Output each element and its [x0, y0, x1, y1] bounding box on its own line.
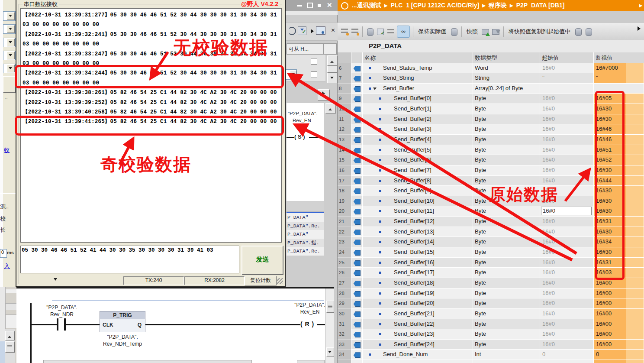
send-button[interactable]: 发送: [242, 246, 283, 275]
table-row[interactable]: 9Send_Buffer[0]Byte16#016#05: [338, 94, 644, 104]
ms-input-fragment[interactable]: 0: [0, 249, 7, 258]
chevron-down-icon[interactable]: [290, 70, 296, 79]
resize-grip[interactable]: [277, 278, 283, 284]
minimize-icon[interactable]: [297, 5, 302, 6]
contact-bar[interactable]: [57, 318, 58, 331]
scroll-down-button[interactable]: [327, 73, 338, 83]
restore-icon[interactable]: [307, 3, 313, 8]
monitor-all-icon[interactable]: ∞: [397, 26, 410, 38]
list-item[interactable]: P_DATA".Re.: [287, 222, 324, 230]
table-row[interactable]: 8Send_BufferArray[0..24] of Byte: [338, 84, 644, 94]
table-row[interactable]: 12Send_Buffer[3]Byte16#016#46: [338, 124, 644, 135]
combo-fragment[interactable]: [3, 38, 16, 47]
table-row[interactable]: 19Send_Buffer[10]Byte16#016#30: [338, 196, 644, 207]
checkbox[interactable]: [311, 71, 317, 78]
table-row[interactable]: 18Send_Buffer[9]Byte16#016#30: [338, 186, 644, 196]
header-start[interactable]: 起始值: [540, 52, 594, 63]
rx-area[interactable]: 【2022-10-31 13:39:31:277】05 30 30 46 46 …: [20, 8, 282, 243]
chevron-down-icon[interactable]: [7, 12, 15, 20]
scroll-up-button[interactable]: [327, 55, 338, 66]
scrollbar-thumb[interactable]: [326, 301, 334, 313]
camera-up-icon[interactable]: [481, 27, 490, 36]
table-row[interactable]: 14Send_Buffer[5]Byte16#016#51: [338, 145, 644, 156]
chevron-down-icon[interactable]: [54, 278, 57, 282]
header-type[interactable]: 数据类型: [473, 52, 540, 63]
edit-check-icon[interactable]: ✓: [376, 27, 385, 36]
keep-actual-label[interactable]: 保持实际值: [418, 28, 446, 36]
table-row[interactable]: 10Send_Buffer[1]Byte16#016#30: [338, 104, 644, 114]
expand-caret-icon[interactable]: [373, 88, 377, 92]
combo-fragment[interactable]: [3, 51, 16, 60]
expand-icon[interactable]: [311, 29, 316, 33]
chevron-down-icon[interactable]: [7, 39, 15, 46]
table-row[interactable]: 7Send_StringString'''': [338, 73, 644, 84]
copy-snapshot-label[interactable]: 将快照值复制到起始值中: [509, 28, 570, 36]
table-row[interactable]: 15Send_Buffer[6]Byte16#016#52: [338, 155, 644, 165]
table-row[interactable]: 28Send_Buffer[19]Byte16#016#00: [338, 288, 644, 299]
combo-fragment[interactable]: [3, 64, 16, 73]
header-name[interactable]: 名称: [363, 52, 473, 63]
table-row[interactable]: 11Send_Buffer[2]Byte16#016#30: [338, 114, 644, 125]
download-icon[interactable]: ✓: [298, 26, 306, 35]
expand-right-button[interactable]: [318, 89, 330, 100]
list-item[interactable]: P_DATA": [287, 213, 324, 222]
combo-fragment[interactable]: [3, 11, 16, 21]
breadcrumb-overflow-icon[interactable]: ▸: [639, 0, 642, 11]
combo-fragment[interactable]: [286, 69, 297, 80]
start-value-editbox[interactable]: 16#0: [541, 207, 592, 215]
reset-count-button[interactable]: 复位计数: [245, 276, 277, 285]
combo-fragment[interactable]: [3, 24, 16, 34]
table-row[interactable]: 24Send_Buffer[15]Byte16#016#30: [338, 247, 644, 258]
chevron-down-icon[interactable]: [7, 25, 15, 33]
table-row[interactable]: 23Send_Buffer[14]Byte16#016#34: [338, 237, 644, 247]
table-row[interactable]: 16Send_Buffer[7]Byte16#016#30: [338, 165, 644, 176]
breadcrumb-blocks[interactable]: 程序块: [489, 2, 507, 9]
clk-pin[interactable]: CLK: [103, 322, 113, 328]
set-coil[interactable]: ( S ): [294, 133, 305, 140]
header-monitor[interactable]: 监视值: [594, 52, 626, 63]
close-icon[interactable]: ✕: [327, 1, 332, 9]
receive-link[interactable]: 收: [4, 146, 10, 154]
button-fragment[interactable]: [3, 76, 16, 93]
chevron-down-icon[interactable]: [7, 52, 15, 59]
q-pin[interactable]: Q: [138, 322, 142, 328]
table-row[interactable]: 33Send_Buffer[24]Byte16#016#00: [338, 340, 644, 350]
breadcrumb-project[interactable]: ...通讯测试: [352, 2, 381, 9]
ptrig-block[interactable]: P_TRIG CLK Q: [100, 311, 145, 332]
table-row[interactable]: 32Send_Buffer[23]Byte16#016#00: [338, 329, 644, 340]
keep-actual-icon[interactable]: [366, 27, 374, 36]
sync-icon[interactable]: [288, 27, 296, 35]
chevron-down-icon[interactable]: [7, 65, 15, 72]
pane-close-icon[interactable]: ✕: [330, 27, 336, 34]
scroll-up-button[interactable]: [5, 331, 15, 340]
db-copy2-icon[interactable]: [584, 27, 593, 36]
checkbox[interactable]: [311, 58, 317, 65]
scroll-up-button[interactable]: [325, 103, 336, 113]
table-row[interactable]: 29Send_Buffer[20]Byte16#016#00: [338, 298, 644, 309]
list-item[interactable]: P_DATA".指.: [287, 239, 324, 247]
list-icon[interactable]: [386, 27, 395, 36]
insert-row-icon[interactable]: [340, 27, 349, 36]
camera-down-icon[interactable]: [492, 27, 500, 36]
table-row[interactable]: 30Send_Buffer[21]Byte16#016#00: [338, 309, 644, 319]
db-copy-icon[interactable]: [574, 27, 583, 36]
snapshot-label[interactable]: 快照: [467, 28, 478, 36]
table-row[interactable]: 6Send_Status_TempWord16#016#7000: [338, 63, 644, 74]
breadcrumb-db[interactable]: P2P_DATA [DB1]: [516, 2, 565, 9]
list-item[interactable]: P_DATA".Re.: [287, 247, 324, 256]
maximize-icon[interactable]: [318, 4, 321, 7]
table-row[interactable]: 20Send_Buffer[11]Byte16#016#30: [338, 206, 644, 217]
table-row[interactable]: 27Send_Buffer[18]Byte16#016#00: [338, 278, 644, 288]
scrollbar-thumb[interactable]: [5, 341, 15, 353]
table-row[interactable]: 22Send_Buffer[13]Byte16#016#30: [338, 227, 644, 237]
table-row[interactable]: 17Send_Buffer[8]Byte16#016#44: [338, 176, 644, 186]
table-row[interactable]: 26Send_Buffer[17]Byte16#016#03: [338, 268, 644, 278]
table-row[interactable]: 25Send_Buffer[16]Byte16#016#31: [338, 258, 644, 268]
table-row[interactable]: 34Send_Done_NumInt00: [338, 350, 644, 360]
import-link[interactable]: 入: [4, 263, 10, 270]
table-row[interactable]: 13Send_Buffer[4]Byte16#016#46: [338, 135, 644, 145]
scroll-down-button[interactable]: [326, 347, 334, 357]
db-cylinder-icon[interactable]: [450, 27, 458, 36]
list-item[interactable]: P_DATA": [287, 230, 324, 239]
scrollbar-thumb[interactable]: [327, 66, 338, 73]
